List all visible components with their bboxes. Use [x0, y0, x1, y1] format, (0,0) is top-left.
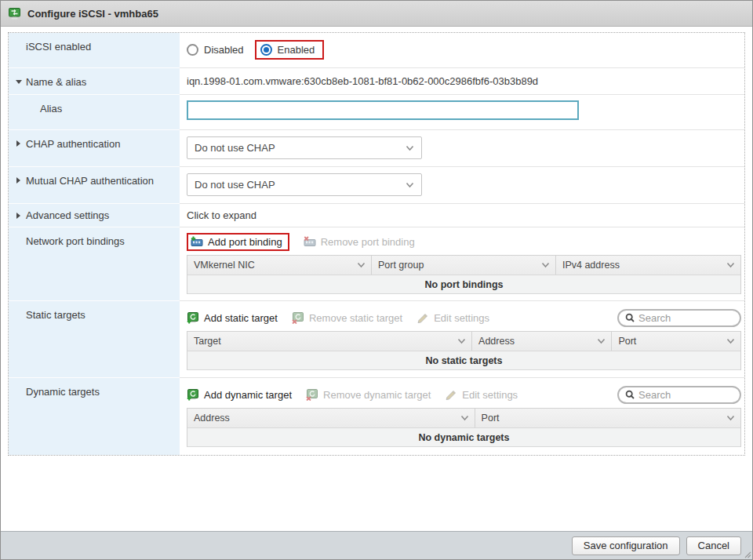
mutual-chap-dropdown-value[interactable]: Do not use CHAP	[195, 179, 275, 191]
expand-arrow-icon[interactable]	[16, 213, 20, 219]
column-header-port-group[interactable]: Port group	[372, 256, 556, 275]
edit-settings-button: Edit settings	[445, 389, 518, 401]
row-name-alias: Name & alias iqn.1998-01.com.vmware:630c…	[9, 68, 744, 95]
remove-static-target-button: Remove static target	[292, 312, 402, 324]
mutual-chap-dropdown[interactable]: Do not use CHAP	[187, 173, 422, 196]
chevron-down-icon[interactable]	[541, 262, 550, 268]
row-dynamic-targets: Dynamic targets Add dynamic target Remov…	[9, 378, 744, 455]
iscsi-enabled-radio-group: Disabled Enabled	[187, 40, 741, 60]
iscsi-enabled-label: iSCSI enabled	[9, 33, 180, 68]
remove-dynamic-target-button: Remove dynamic target	[306, 389, 431, 401]
save-configuration-button[interactable]: Save configuration	[572, 536, 680, 555]
pencil-icon	[445, 389, 457, 401]
collapse-arrow-icon[interactable]	[16, 80, 22, 84]
column-header-vmkernel-nic[interactable]: VMkernel NIC	[187, 256, 372, 275]
chevron-down-icon[interactable]	[460, 415, 469, 421]
chap-section[interactable]: CHAP authentication	[9, 130, 180, 167]
name-alias-label[interactable]: Name & alias	[26, 76, 86, 88]
dynamic-targets-label: Dynamic targets	[9, 378, 180, 455]
advanced-expand-text[interactable]: Click to expand	[187, 204, 741, 221]
row-mutual-chap: Mutual CHAP authentication Do not use CH…	[9, 167, 744, 204]
chevron-down-icon[interactable]	[597, 338, 606, 344]
chevron-down-icon[interactable]	[457, 338, 466, 344]
alias-label: Alias	[9, 95, 180, 130]
chevron-down-icon[interactable]	[726, 338, 735, 344]
remove-port-binding-button: Remove port binding	[304, 236, 415, 248]
row-alias: Alias	[9, 95, 744, 130]
advanced-label[interactable]: Advanced settings	[26, 209, 109, 221]
column-header-port[interactable]: Port	[612, 332, 740, 351]
dynamic-targets-empty-message: No dynamic targets	[187, 427, 740, 447]
dynamic-targets-table: Address Port No dynamic targets	[187, 408, 741, 447]
cancel-button[interactable]: Cancel	[686, 536, 741, 555]
column-header-address[interactable]: Address	[472, 332, 612, 351]
search-icon	[625, 313, 635, 322]
add-dynamic-target-button[interactable]: Add dynamic target	[187, 389, 292, 401]
port-bindings-toolbar: Add port binding Remove port binding	[187, 232, 741, 251]
row-iscsi-enabled: iSCSI enabled Disabled Enabled	[9, 33, 744, 68]
row-chap: CHAP authentication Do not use CHAP	[9, 130, 744, 167]
mutual-chap-section[interactable]: Mutual CHAP authentication	[9, 167, 180, 204]
radio-enabled[interactable]: Enabled	[260, 44, 315, 56]
chap-dropdown-value[interactable]: Do not use CHAP	[195, 142, 275, 154]
chevron-down-icon[interactable]	[726, 262, 735, 268]
radio-disabled-circle[interactable]	[187, 44, 198, 56]
row-static-targets: Static targets Add static target Remove …	[9, 301, 744, 378]
row-port-bindings: Network port bindings Add port binding R…	[9, 227, 744, 301]
alias-input[interactable]	[187, 100, 579, 120]
add-target-icon	[187, 312, 199, 324]
name-alias-section[interactable]: Name & alias	[9, 68, 180, 95]
dialog-titlebar: Configure iSCSI - vmhba65	[1, 1, 752, 27]
add-nic-icon	[191, 236, 203, 248]
chap-label[interactable]: CHAP authentication	[26, 138, 120, 150]
iscsi-adapter-icon	[9, 8, 21, 20]
remove-target-icon	[306, 389, 318, 401]
add-static-target-button[interactable]: Add static target	[187, 312, 278, 324]
column-header-ipv4-address[interactable]: IPv4 address	[556, 256, 740, 275]
chevron-down-icon	[406, 182, 414, 188]
configure-iscsi-dialog: Configure iSCSI - vmhba65 iSCSI enabled …	[0, 0, 753, 560]
dialog-footer: Save configuration Cancel	[1, 531, 752, 559]
dynamic-targets-search[interactable]	[617, 386, 741, 404]
static-targets-search[interactable]	[617, 309, 741, 327]
column-header-port[interactable]: Port	[475, 409, 740, 427]
expand-arrow-icon[interactable]	[16, 177, 20, 184]
settings-form: iSCSI enabled Disabled Enabled	[8, 32, 745, 456]
resize-grip[interactable]	[744, 551, 751, 558]
port-bindings-empty-message: No port bindings	[187, 275, 740, 294]
static-targets-toolbar: Add static target Remove static target E…	[187, 308, 741, 327]
mutual-chap-label[interactable]: Mutual CHAP authentication	[26, 175, 154, 187]
static-targets-label: Static targets	[9, 301, 180, 378]
advanced-section[interactable]: Advanced settings	[9, 204, 180, 227]
add-port-binding-button[interactable]: Add port binding	[191, 236, 282, 248]
column-header-address[interactable]: Address	[187, 409, 475, 427]
dialog-title: Configure iSCSI - vmhba65	[27, 8, 158, 20]
static-targets-empty-message: No static targets	[187, 351, 740, 370]
chevron-down-icon[interactable]	[357, 262, 366, 268]
radio-disabled-label[interactable]: Disabled	[204, 44, 244, 56]
dialog-body: iSCSI enabled Disabled Enabled	[1, 27, 752, 493]
static-targets-search-input[interactable]	[638, 312, 725, 324]
add-target-icon	[187, 389, 199, 401]
dynamic-targets-toolbar: Add dynamic target Remove dynamic target…	[187, 385, 741, 404]
chevron-down-icon[interactable]	[726, 415, 735, 421]
static-targets-table: Target Address Port No static targets	[187, 331, 741, 370]
port-bindings-label: Network port bindings	[9, 227, 180, 301]
enabled-red-callout: Enabled	[255, 40, 325, 60]
pencil-icon	[417, 312, 429, 324]
search-icon	[625, 390, 635, 399]
chap-dropdown[interactable]: Do not use CHAP	[187, 136, 422, 159]
column-header-target[interactable]: Target	[187, 332, 472, 351]
radio-disabled[interactable]: Disabled	[187, 44, 244, 56]
radio-enabled-circle[interactable]	[260, 44, 272, 56]
chevron-down-icon	[406, 145, 414, 151]
row-advanced-settings: Advanced settings Click to expand	[9, 204, 744, 227]
edit-settings-button: Edit settings	[417, 312, 489, 324]
port-bindings-table: VMkernel NIC Port group IPv4 address No …	[187, 255, 741, 294]
dynamic-targets-search-input[interactable]	[638, 389, 725, 401]
radio-enabled-label[interactable]: Enabled	[278, 44, 315, 56]
expand-arrow-icon[interactable]	[16, 140, 20, 147]
iqn-value: iqn.1998-01.com.vmware:630cb8eb-1081-bf8…	[187, 68, 741, 87]
remove-target-icon	[292, 312, 304, 324]
add-port-binding-red-callout: Add port binding	[187, 233, 289, 251]
